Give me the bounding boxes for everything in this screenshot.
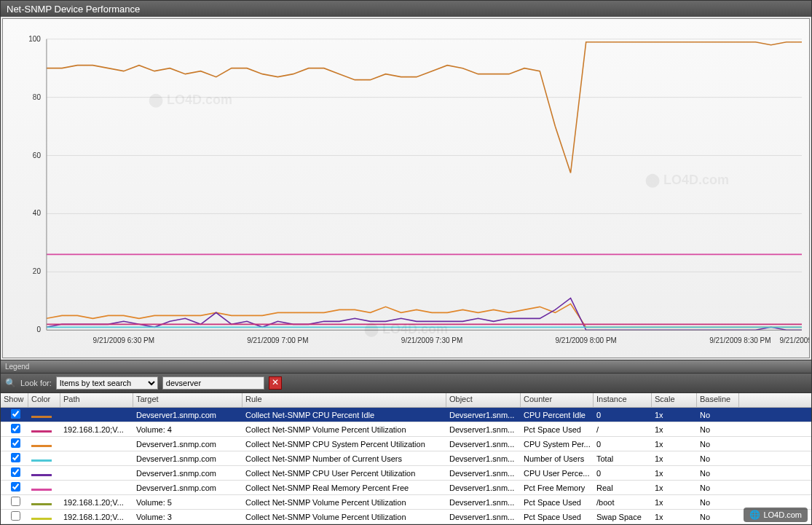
svg-text:40: 40	[33, 209, 42, 217]
svg-text:20: 20	[33, 267, 42, 275]
search-label: Look for:	[20, 379, 52, 387]
legend-title: Legend	[5, 363, 29, 371]
watermark: ⬤ LO4D.com	[149, 92, 232, 108]
col-scale[interactable]: Scale	[652, 393, 697, 407]
svg-text:9/21/2009 8:30 PM: 9/21/2009 8:30 PM	[709, 336, 770, 344]
search-mode-select[interactable]: Items by text search	[56, 376, 158, 390]
col-counter[interactable]: Counter	[521, 393, 594, 407]
show-checkbox[interactable]	[11, 467, 20, 477]
cell-scale: 1x	[652, 511, 697, 523]
titlebar: Net-SNMP Device Performance	[1, 1, 811, 17]
window-title: Net-SNMP Device Performance	[7, 4, 140, 15]
watermark: ⬤ LO4D.com	[645, 172, 729, 188]
cell-rule: Collect Net-SNMP Volume Percent Utilizat…	[243, 497, 446, 508]
cell-baseline: No	[697, 467, 739, 479]
cell-scale: 1x	[652, 424, 697, 435]
svg-text:9/21/2009 6:30 PM: 9/21/2009 6:30 PM	[93, 336, 154, 344]
cell-instance: 0	[594, 467, 652, 479]
chart-svg: 0204060801009/21/2009 6:30 PM9/21/2009 7…	[3, 19, 809, 358]
cell-scale: 1x	[652, 453, 697, 465]
cell-baseline: No	[697, 438, 739, 450]
cell-counter: Pct Space Used	[521, 424, 594, 435]
cell-path	[60, 486, 133, 489]
col-instance[interactable]: Instance	[594, 393, 652, 407]
cell-counter: CPU User Perce...	[521, 467, 594, 479]
cell-path	[60, 443, 133, 446]
table-row[interactable]: Devserver1.snmp.comCollect Net-SNMP CPU …	[1, 408, 811, 422]
chart-area[interactable]: 0204060801009/21/2009 6:30 PM9/21/2009 7…	[2, 18, 810, 358]
cell-object: Devserver1.snm...	[446, 424, 521, 435]
cell-counter: CPU System Per...	[521, 438, 594, 450]
search-icon: 🔍	[5, 378, 16, 388]
show-checkbox[interactable]	[11, 424, 20, 433]
table-row[interactable]: Devserver1.snmp.comCollect Net-SNMP CPU …	[1, 466, 811, 481]
col-path[interactable]: Path	[60, 393, 133, 407]
svg-text:0: 0	[36, 325, 41, 333]
cell-target: Volume: 5	[133, 497, 243, 508]
brand-text: LO4D.com	[763, 510, 802, 519]
cell-rule: Collect Net-SNMP Number of Current Users	[243, 453, 446, 465]
table-row[interactable]: 192.168.1.20;V...Volume: 5Collect Net-SN…	[1, 495, 811, 510]
cell-object: Devserver1.snm...	[446, 482, 521, 494]
cell-baseline: No	[697, 409, 739, 421]
search-input[interactable]	[162, 376, 264, 390]
cell-counter: Pct Free Memory	[521, 482, 594, 494]
cell-object: Devserver1.snm...	[446, 453, 521, 465]
cell-object: Devserver1.snm...	[446, 497, 521, 508]
svg-text:9/21/2009 8:00 PM: 9/21/2009 8:00 PM	[556, 336, 617, 344]
table-row[interactable]: Devserver1.snmp.comCollect Net-SNMP CPU …	[1, 437, 811, 451]
cell-rule: Collect Net-SNMP CPU Percent Idle	[243, 409, 446, 421]
cell-instance: /boot	[594, 497, 652, 508]
cell-target: Volume: 3	[133, 511, 243, 523]
cell-path: 192.168.1.20;V...	[60, 511, 133, 523]
color-swatch	[31, 503, 52, 505]
color-swatch	[31, 518, 52, 520]
col-show[interactable]: Show	[1, 393, 28, 407]
watermark: ⬤ LO4D.com	[364, 321, 448, 337]
show-checkbox[interactable]	[11, 482, 20, 492]
cell-counter: CPU Percent Idle	[521, 409, 594, 421]
cell-target: Devserver1.snmp.com	[133, 482, 243, 494]
table-row[interactable]: Devserver1.snmp.comCollect Net-SNMP Numb…	[1, 451, 811, 466]
cell-baseline: No	[697, 497, 739, 508]
cell-scale: 1x	[652, 438, 697, 450]
cell-counter: Pct Space Used	[521, 497, 594, 508]
cell-object: Devserver1.snm...	[446, 467, 521, 479]
show-checkbox[interactable]	[11, 438, 20, 448]
cell-instance: 0	[594, 409, 652, 421]
table-header-row: Show Color Path Target Rule Object Count…	[1, 393, 811, 408]
col-target[interactable]: Target	[133, 393, 243, 407]
col-object[interactable]: Object	[446, 393, 521, 407]
clear-search-button[interactable]: ✕	[269, 376, 282, 390]
color-swatch	[31, 489, 52, 491]
svg-text:80: 80	[33, 93, 42, 101]
table-row[interactable]: Devserver1.snmp.comCollect Net-SNMP Real…	[1, 481, 811, 495]
cell-baseline: No	[697, 482, 739, 494]
cell-rule: Collect Net-SNMP CPU User Percent Utiliz…	[243, 467, 446, 479]
show-checkbox[interactable]	[11, 409, 20, 419]
legend-table: Show Color Path Target Rule Object Count…	[1, 393, 811, 524]
show-checkbox[interactable]	[11, 511, 20, 521]
cell-rule: Collect Net-SNMP Real Memory Percent Fre…	[243, 482, 446, 494]
cell-target: Devserver1.snmp.com	[133, 467, 243, 479]
svg-text:9/21/2009 7:00 PM: 9/21/2009 7:00 PM	[247, 336, 308, 344]
cell-target: Devserver1.snmp.com	[133, 409, 243, 421]
brand-badge: 🌐 LO4D.com	[744, 508, 808, 522]
color-swatch	[31, 459, 52, 462]
cell-instance: Real	[594, 482, 652, 494]
cell-instance: Total	[594, 453, 652, 465]
col-baseline[interactable]: Baseline	[697, 393, 739, 407]
col-color[interactable]: Color	[28, 393, 60, 407]
cell-path: 192.168.1.20;V...	[60, 424, 133, 435]
show-checkbox[interactable]	[11, 497, 20, 506]
cell-object: Devserver1.snm...	[446, 438, 521, 450]
table-row[interactable]: 192.168.1.20;V...Volume: 3Collect Net-SN…	[1, 510, 811, 524]
show-checkbox[interactable]	[11, 453, 20, 462]
svg-text:60: 60	[33, 151, 42, 159]
cell-rule: Collect Net-SNMP CPU System Percent Util…	[243, 438, 446, 450]
cell-baseline: No	[697, 511, 739, 523]
table-row[interactable]: 192.168.1.20;V...Volume: 4Collect Net-SN…	[1, 422, 811, 437]
color-swatch	[31, 430, 52, 433]
cell-path	[60, 472, 133, 475]
col-rule[interactable]: Rule	[243, 393, 446, 407]
